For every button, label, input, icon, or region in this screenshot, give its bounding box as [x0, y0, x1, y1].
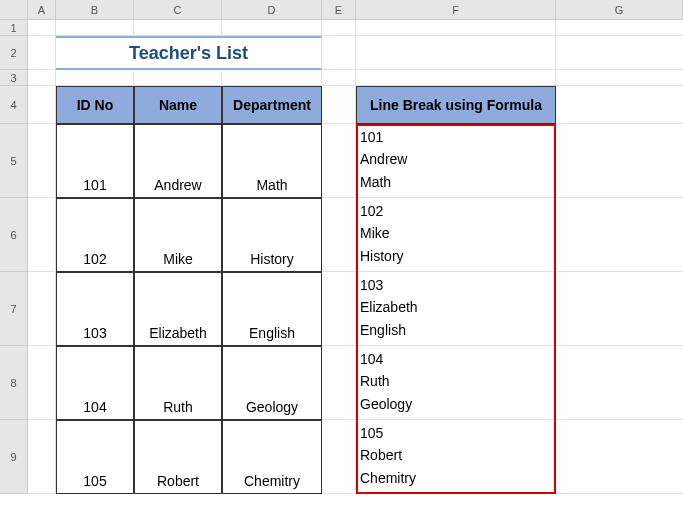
cell-D3[interactable] — [222, 70, 322, 86]
lb-id: 103 — [360, 274, 383, 296]
data-id-5[interactable]: 101 — [56, 124, 134, 198]
lb-dept: Math — [360, 171, 391, 193]
row-header-6[interactable]: 6 — [0, 198, 28, 272]
cell-E6[interactable] — [322, 198, 356, 272]
lb-id: 104 — [360, 348, 383, 370]
cell-G9[interactable] — [556, 420, 683, 494]
lb-name: Robert — [360, 444, 402, 466]
linebreak-cell-6[interactable]: 102MikeHistory — [356, 198, 556, 272]
lb-id: 101 — [360, 126, 383, 148]
column-headers: A B C D E F G — [0, 0, 683, 20]
cell-F1[interactable] — [356, 20, 556, 36]
row-header-5[interactable]: 5 — [0, 124, 28, 198]
cell-E8[interactable] — [322, 346, 356, 420]
row-header-7[interactable]: 7 — [0, 272, 28, 346]
linebreak-cell-5[interactable]: 101AndrewMath — [356, 124, 556, 198]
data-dept-7[interactable]: English — [222, 272, 322, 346]
header-dept[interactable]: Department — [222, 86, 322, 124]
cell-A6[interactable] — [28, 198, 56, 272]
cell-G6[interactable] — [556, 198, 683, 272]
cell-E4[interactable] — [322, 86, 356, 124]
cell-G1[interactable] — [556, 20, 683, 36]
row-header-9[interactable]: 9 — [0, 420, 28, 494]
cell-G7[interactable] — [556, 272, 683, 346]
data-id-8[interactable]: 104 — [56, 346, 134, 420]
data-name-6[interactable]: Mike — [134, 198, 222, 272]
data-name-7[interactable]: Elizabeth — [134, 272, 222, 346]
lb-name: Elizabeth — [360, 296, 418, 318]
header-name[interactable]: Name — [134, 86, 222, 124]
lb-dept: History — [360, 245, 404, 267]
cell-G8[interactable] — [556, 346, 683, 420]
lb-id: 105 — [360, 422, 383, 444]
cell-E7[interactable] — [322, 272, 356, 346]
cell-E1[interactable] — [322, 20, 356, 36]
cell-E5[interactable] — [322, 124, 356, 198]
cell-C1[interactable] — [134, 20, 222, 36]
cell-A8[interactable] — [28, 346, 56, 420]
linebreak-cell-7[interactable]: 103ElizabethEnglish — [356, 272, 556, 346]
data-name-9[interactable]: Robert — [134, 420, 222, 494]
cell-E3[interactable] — [322, 70, 356, 86]
col-header-C[interactable]: C — [134, 0, 222, 19]
lb-name: Ruth — [360, 370, 390, 392]
cell-A5[interactable] — [28, 124, 56, 198]
cell-A4[interactable] — [28, 86, 56, 124]
header-linebreak[interactable]: Line Break using Formula — [356, 86, 556, 124]
linebreak-cell-8[interactable]: 104RuthGeology — [356, 346, 556, 420]
row-header-8[interactable]: 8 — [0, 346, 28, 420]
lb-dept: Geology — [360, 393, 412, 415]
spreadsheet-grid: A B C D E F G 1 2 3 4 5 6 7 8 9 T — [0, 0, 683, 20]
row-headers: 1 2 3 4 5 6 7 8 9 — [0, 20, 28, 494]
cell-B3[interactable] — [56, 70, 134, 86]
data-name-5[interactable]: Andrew — [134, 124, 222, 198]
col-header-F[interactable]: F — [356, 0, 556, 19]
data-id-6[interactable]: 102 — [56, 198, 134, 272]
lb-id: 102 — [360, 200, 383, 222]
data-id-9[interactable]: 105 — [56, 420, 134, 494]
col-header-A[interactable]: A — [28, 0, 56, 19]
data-dept-9[interactable]: Chemitry — [222, 420, 322, 494]
col-header-G[interactable]: G — [556, 0, 683, 19]
cell-G2[interactable] — [556, 36, 683, 70]
cell-A3[interactable] — [28, 70, 56, 86]
row-header-4[interactable]: 4 — [0, 86, 28, 124]
row-header-3[interactable]: 3 — [0, 70, 28, 86]
cell-G5[interactable] — [556, 124, 683, 198]
data-id-7[interactable]: 103 — [56, 272, 134, 346]
cell-G4[interactable] — [556, 86, 683, 124]
lb-dept: Chemitry — [360, 467, 416, 489]
watermark: ExcelDemy EXCEL · DATA · BI — [255, 0, 355, 2]
cell-F2[interactable] — [356, 36, 556, 70]
data-dept-8[interactable]: Geology — [222, 346, 322, 420]
cell-area: Teacher's List ID No Name Department Lin… — [28, 20, 683, 494]
cell-A9[interactable] — [28, 420, 56, 494]
row-header-2[interactable]: 2 — [0, 36, 28, 70]
data-dept-5[interactable]: Math — [222, 124, 322, 198]
cell-F3[interactable] — [356, 70, 556, 86]
lb-dept: English — [360, 319, 406, 341]
cell-E2[interactable] — [322, 36, 356, 70]
lb-name: Mike — [360, 222, 390, 244]
cell-A2[interactable] — [28, 36, 56, 70]
cell-B1[interactable] — [56, 20, 134, 36]
data-name-8[interactable]: Ruth — [134, 346, 222, 420]
data-dept-6[interactable]: History — [222, 198, 322, 272]
cell-A7[interactable] — [28, 272, 56, 346]
lb-name: Andrew — [360, 148, 407, 170]
cell-A1[interactable] — [28, 20, 56, 36]
cell-E9[interactable] — [322, 420, 356, 494]
cell-D1[interactable] — [222, 20, 322, 36]
row-header-1[interactable]: 1 — [0, 20, 28, 36]
cell-G3[interactable] — [556, 70, 683, 86]
watermark-tag: EXCEL · DATA · BI — [255, 0, 355, 2]
cell-C3[interactable] — [134, 70, 222, 86]
col-header-corner[interactable] — [0, 0, 28, 19]
title-cell[interactable]: Teacher's List — [56, 36, 322, 70]
col-header-B[interactable]: B — [56, 0, 134, 19]
linebreak-cell-9[interactable]: 105RobertChemitry — [356, 420, 556, 494]
header-id[interactable]: ID No — [56, 86, 134, 124]
